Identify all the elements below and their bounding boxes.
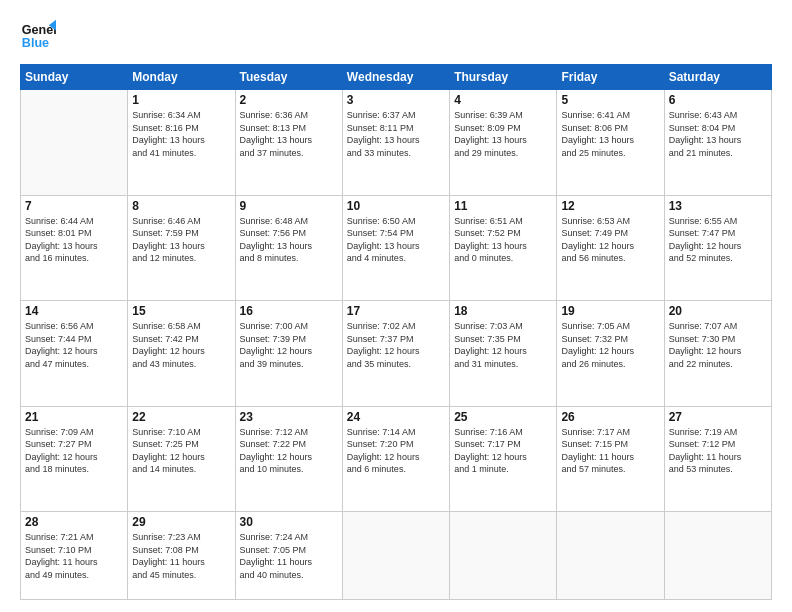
day-info: Sunrise: 7:24 AM Sunset: 7:05 PM Dayligh…	[240, 531, 338, 581]
day-info: Sunrise: 7:21 AM Sunset: 7:10 PM Dayligh…	[25, 531, 123, 581]
day-number: 10	[347, 199, 445, 213]
column-header-sunday: Sunday	[21, 65, 128, 90]
day-cell	[557, 512, 664, 600]
calendar-table: SundayMondayTuesdayWednesdayThursdayFrid…	[20, 64, 772, 600]
day-cell: 11Sunrise: 6:51 AM Sunset: 7:52 PM Dayli…	[450, 195, 557, 301]
day-number: 8	[132, 199, 230, 213]
day-cell: 5Sunrise: 6:41 AM Sunset: 8:06 PM Daylig…	[557, 90, 664, 196]
day-info: Sunrise: 7:02 AM Sunset: 7:37 PM Dayligh…	[347, 320, 445, 370]
day-info: Sunrise: 7:09 AM Sunset: 7:27 PM Dayligh…	[25, 426, 123, 476]
day-info: Sunrise: 6:34 AM Sunset: 8:16 PM Dayligh…	[132, 109, 230, 159]
day-info: Sunrise: 6:44 AM Sunset: 8:01 PM Dayligh…	[25, 215, 123, 265]
header-row: SundayMondayTuesdayWednesdayThursdayFrid…	[21, 65, 772, 90]
day-cell: 26Sunrise: 7:17 AM Sunset: 7:15 PM Dayli…	[557, 406, 664, 512]
logo: General Blue	[20, 18, 56, 54]
week-row-4: 21Sunrise: 7:09 AM Sunset: 7:27 PM Dayli…	[21, 406, 772, 512]
day-cell: 24Sunrise: 7:14 AM Sunset: 7:20 PM Dayli…	[342, 406, 449, 512]
week-row-1: 1Sunrise: 6:34 AM Sunset: 8:16 PM Daylig…	[21, 90, 772, 196]
day-info: Sunrise: 6:43 AM Sunset: 8:04 PM Dayligh…	[669, 109, 767, 159]
day-number: 15	[132, 304, 230, 318]
day-info: Sunrise: 6:56 AM Sunset: 7:44 PM Dayligh…	[25, 320, 123, 370]
day-number: 3	[347, 93, 445, 107]
column-header-wednesday: Wednesday	[342, 65, 449, 90]
day-cell: 22Sunrise: 7:10 AM Sunset: 7:25 PM Dayli…	[128, 406, 235, 512]
day-info: Sunrise: 6:50 AM Sunset: 7:54 PM Dayligh…	[347, 215, 445, 265]
day-cell: 7Sunrise: 6:44 AM Sunset: 8:01 PM Daylig…	[21, 195, 128, 301]
day-number: 29	[132, 515, 230, 529]
day-cell: 8Sunrise: 6:46 AM Sunset: 7:59 PM Daylig…	[128, 195, 235, 301]
svg-text:Blue: Blue	[22, 36, 49, 50]
page: General Blue SundayMondayTuesdayWednesda…	[0, 0, 792, 612]
day-number: 7	[25, 199, 123, 213]
day-cell: 2Sunrise: 6:36 AM Sunset: 8:13 PM Daylig…	[235, 90, 342, 196]
day-cell: 1Sunrise: 6:34 AM Sunset: 8:16 PM Daylig…	[128, 90, 235, 196]
logo-icon: General Blue	[20, 18, 56, 54]
day-number: 24	[347, 410, 445, 424]
day-number: 17	[347, 304, 445, 318]
day-number: 28	[25, 515, 123, 529]
day-info: Sunrise: 6:53 AM Sunset: 7:49 PM Dayligh…	[561, 215, 659, 265]
day-info: Sunrise: 7:00 AM Sunset: 7:39 PM Dayligh…	[240, 320, 338, 370]
day-cell	[21, 90, 128, 196]
day-cell	[664, 512, 771, 600]
day-cell: 9Sunrise: 6:48 AM Sunset: 7:56 PM Daylig…	[235, 195, 342, 301]
day-cell: 21Sunrise: 7:09 AM Sunset: 7:27 PM Dayli…	[21, 406, 128, 512]
day-number: 22	[132, 410, 230, 424]
column-header-tuesday: Tuesday	[235, 65, 342, 90]
day-info: Sunrise: 6:58 AM Sunset: 7:42 PM Dayligh…	[132, 320, 230, 370]
week-row-3: 14Sunrise: 6:56 AM Sunset: 7:44 PM Dayli…	[21, 301, 772, 407]
day-number: 20	[669, 304, 767, 318]
week-row-2: 7Sunrise: 6:44 AM Sunset: 8:01 PM Daylig…	[21, 195, 772, 301]
day-info: Sunrise: 6:48 AM Sunset: 7:56 PM Dayligh…	[240, 215, 338, 265]
day-cell: 20Sunrise: 7:07 AM Sunset: 7:30 PM Dayli…	[664, 301, 771, 407]
day-number: 16	[240, 304, 338, 318]
day-info: Sunrise: 6:51 AM Sunset: 7:52 PM Dayligh…	[454, 215, 552, 265]
column-header-friday: Friday	[557, 65, 664, 90]
day-cell: 16Sunrise: 7:00 AM Sunset: 7:39 PM Dayli…	[235, 301, 342, 407]
day-cell	[450, 512, 557, 600]
day-info: Sunrise: 7:17 AM Sunset: 7:15 PM Dayligh…	[561, 426, 659, 476]
day-number: 14	[25, 304, 123, 318]
day-cell: 27Sunrise: 7:19 AM Sunset: 7:12 PM Dayli…	[664, 406, 771, 512]
day-cell: 15Sunrise: 6:58 AM Sunset: 7:42 PM Dayli…	[128, 301, 235, 407]
day-cell: 18Sunrise: 7:03 AM Sunset: 7:35 PM Dayli…	[450, 301, 557, 407]
day-cell: 30Sunrise: 7:24 AM Sunset: 7:05 PM Dayli…	[235, 512, 342, 600]
day-cell: 19Sunrise: 7:05 AM Sunset: 7:32 PM Dayli…	[557, 301, 664, 407]
day-cell: 14Sunrise: 6:56 AM Sunset: 7:44 PM Dayli…	[21, 301, 128, 407]
day-number: 27	[669, 410, 767, 424]
day-cell: 28Sunrise: 7:21 AM Sunset: 7:10 PM Dayli…	[21, 512, 128, 600]
day-number: 13	[669, 199, 767, 213]
day-number: 23	[240, 410, 338, 424]
column-header-monday: Monday	[128, 65, 235, 90]
day-info: Sunrise: 7:12 AM Sunset: 7:22 PM Dayligh…	[240, 426, 338, 476]
day-number: 19	[561, 304, 659, 318]
day-number: 30	[240, 515, 338, 529]
day-number: 2	[240, 93, 338, 107]
day-cell: 12Sunrise: 6:53 AM Sunset: 7:49 PM Dayli…	[557, 195, 664, 301]
day-number: 9	[240, 199, 338, 213]
day-info: Sunrise: 6:55 AM Sunset: 7:47 PM Dayligh…	[669, 215, 767, 265]
day-info: Sunrise: 6:39 AM Sunset: 8:09 PM Dayligh…	[454, 109, 552, 159]
column-header-saturday: Saturday	[664, 65, 771, 90]
day-number: 1	[132, 93, 230, 107]
day-number: 11	[454, 199, 552, 213]
day-info: Sunrise: 7:07 AM Sunset: 7:30 PM Dayligh…	[669, 320, 767, 370]
day-info: Sunrise: 7:05 AM Sunset: 7:32 PM Dayligh…	[561, 320, 659, 370]
day-info: Sunrise: 7:03 AM Sunset: 7:35 PM Dayligh…	[454, 320, 552, 370]
week-row-5: 28Sunrise: 7:21 AM Sunset: 7:10 PM Dayli…	[21, 512, 772, 600]
day-cell: 10Sunrise: 6:50 AM Sunset: 7:54 PM Dayli…	[342, 195, 449, 301]
day-info: Sunrise: 6:41 AM Sunset: 8:06 PM Dayligh…	[561, 109, 659, 159]
day-cell	[342, 512, 449, 600]
day-info: Sunrise: 7:14 AM Sunset: 7:20 PM Dayligh…	[347, 426, 445, 476]
day-info: Sunrise: 7:16 AM Sunset: 7:17 PM Dayligh…	[454, 426, 552, 476]
day-info: Sunrise: 6:37 AM Sunset: 8:11 PM Dayligh…	[347, 109, 445, 159]
day-cell: 6Sunrise: 6:43 AM Sunset: 8:04 PM Daylig…	[664, 90, 771, 196]
day-cell: 3Sunrise: 6:37 AM Sunset: 8:11 PM Daylig…	[342, 90, 449, 196]
day-number: 18	[454, 304, 552, 318]
day-info: Sunrise: 6:46 AM Sunset: 7:59 PM Dayligh…	[132, 215, 230, 265]
header: General Blue	[20, 18, 772, 54]
day-number: 12	[561, 199, 659, 213]
column-header-thursday: Thursday	[450, 65, 557, 90]
day-cell: 17Sunrise: 7:02 AM Sunset: 7:37 PM Dayli…	[342, 301, 449, 407]
day-cell: 13Sunrise: 6:55 AM Sunset: 7:47 PM Dayli…	[664, 195, 771, 301]
